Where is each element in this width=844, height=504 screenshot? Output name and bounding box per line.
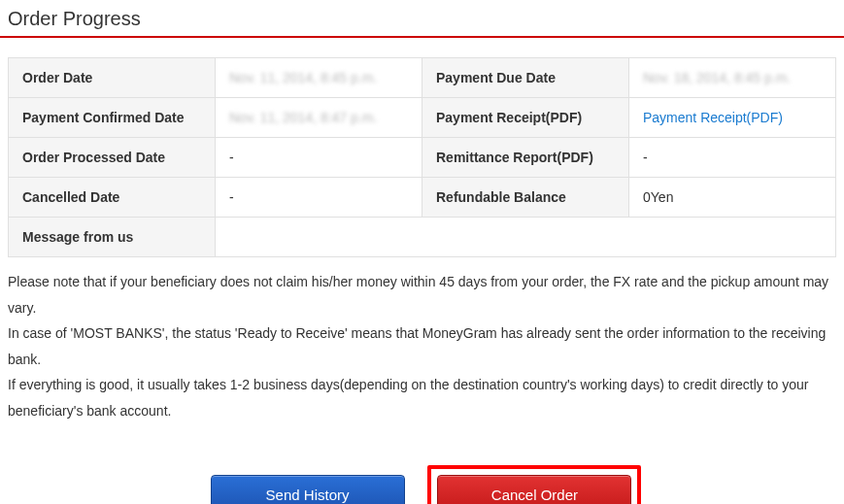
send-history-button[interactable]: Send History bbox=[211, 475, 405, 504]
row-value: Nov. 11, 2014, 8:47 p.m. bbox=[216, 98, 422, 138]
row-label: Payment Receipt(PDF) bbox=[422, 98, 629, 138]
cancel-order-highlight: Cancel Order bbox=[427, 465, 641, 504]
order-progress-table: Order DateNov. 11, 2014, 8:45 p.m.Paymen… bbox=[8, 57, 836, 257]
row-value: 0Yen bbox=[629, 178, 836, 218]
button-row: Send History Cancel Order bbox=[0, 436, 844, 504]
row-value bbox=[216, 218, 836, 257]
section-title: Order Progress bbox=[0, 0, 844, 38]
table-row: Order DateNov. 11, 2014, 8:45 p.m.Paymen… bbox=[9, 58, 836, 98]
table-row: Cancelled Date-Refundable Balance0Yen bbox=[9, 178, 836, 218]
row-value: - bbox=[216, 178, 422, 218]
note-line: If everything is good, it usually takes … bbox=[8, 372, 836, 423]
row-label: Payment Confirmed Date bbox=[9, 98, 216, 138]
table-row: Order Processed Date-Remittance Report(P… bbox=[9, 138, 836, 178]
payment-receipt-link[interactable]: Payment Receipt(PDF) bbox=[643, 110, 783, 125]
row-label: Payment Due Date bbox=[422, 58, 629, 98]
row-label: Cancelled Date bbox=[9, 178, 216, 218]
row-label: Message from us bbox=[9, 218, 216, 257]
row-label: Order Date bbox=[9, 58, 216, 98]
row-value: Nov. 18, 2014, 8:45 p.m. bbox=[629, 58, 836, 98]
row-label: Remittance Report(PDF) bbox=[422, 138, 629, 178]
notes-block: Please note that if your beneficiary doe… bbox=[0, 257, 844, 436]
cancel-order-button[interactable]: Cancel Order bbox=[437, 475, 631, 504]
table-row: Payment Confirmed DateNov. 11, 2014, 8:4… bbox=[9, 98, 836, 138]
row-value: Payment Receipt(PDF) bbox=[629, 98, 836, 138]
row-value: - bbox=[216, 138, 422, 178]
table-row: Message from us bbox=[9, 218, 836, 257]
row-value: Nov. 11, 2014, 8:45 p.m. bbox=[216, 58, 422, 98]
row-value: - bbox=[629, 138, 836, 178]
row-label: Refundable Balance bbox=[422, 178, 629, 218]
row-label: Order Processed Date bbox=[9, 138, 216, 178]
note-line: In case of 'MOST BANKS', the status 'Rea… bbox=[8, 320, 836, 372]
note-line: Please note that if your beneficiary doe… bbox=[8, 269, 836, 320]
